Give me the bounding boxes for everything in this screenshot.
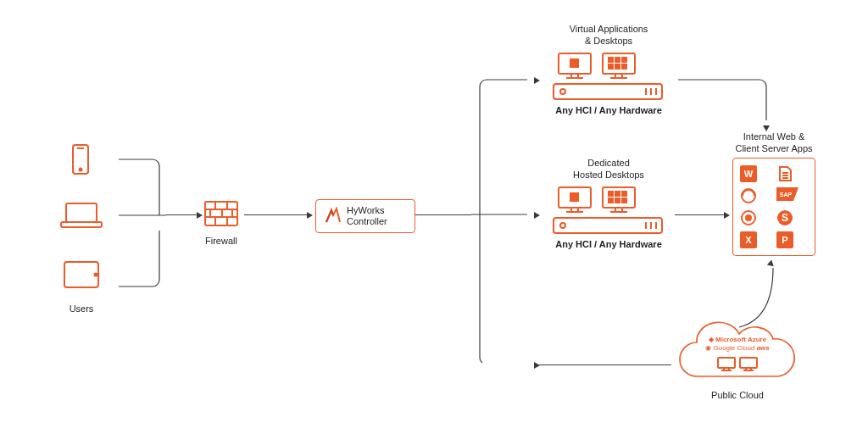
svg-rect-52 [609,192,613,196]
sap-icon: SAP [776,187,798,201]
dedicated-title: Dedicated Hosted Desktops [544,158,673,181]
svg-rect-3 [66,203,97,222]
laptop-icon [58,200,105,231]
dedicated-sub: Any HCI / Any Hardware [544,239,673,249]
svg-rect-54 [622,192,626,196]
aws-text: aws [757,344,770,352]
virtual-line1: Virtual Applications [544,24,673,36]
server-rack-icon [551,81,665,102]
svg-point-2 [80,169,82,171]
svg-point-6 [95,274,97,276]
svg-rect-32 [609,64,613,69]
svg-rect-23 [570,64,574,67]
svg-rect-4 [61,222,102,227]
controller-box: HyWorks Controller [315,199,415,233]
svg-text:SAP: SAP [780,192,793,198]
svg-rect-63 [718,358,735,368]
svg-rect-33 [615,64,620,69]
tablet-icon [62,259,101,290]
monitor-apps-icon [600,185,637,214]
gcloud-text: Google Cloud [713,344,754,352]
svg-rect-31 [622,58,626,62]
azure-text: Microsoft Azure [715,336,766,343]
monitor-windows-icon [556,51,593,80]
svg-rect-67 [740,358,757,368]
svg-point-36 [560,89,565,94]
apps-line1: Internal Web & [722,131,826,143]
svg-rect-24 [575,64,578,67]
skype-icon: S [776,209,793,226]
dedicated-line2: Hosted Desktops [544,170,673,181]
users-bracket [119,158,170,288]
word-icon: W [740,165,757,182]
apps-line2: Client Server Apps [722,143,826,155]
svg-rect-29 [609,58,613,62]
svg-point-79 [746,215,751,220]
firewall-icon [203,195,239,231]
svg-rect-55 [609,198,613,203]
svg-rect-46 [570,198,574,201]
svg-rect-44 [570,193,574,197]
phone-icon [70,142,91,176]
svg-rect-22 [575,59,578,63]
svg-rect-21 [570,59,574,63]
svg-rect-30 [615,58,620,62]
hyworks-logo-icon [323,207,342,225]
cloud-monitor-icon [738,356,759,371]
chrome-icon [740,209,757,226]
cloud-monitor-icon [716,356,737,371]
virtual-line2: & Desktops [544,36,673,47]
dedicated-line1: Dedicated [544,158,673,170]
cloud-label: Public Cloud [678,390,797,400]
svg-rect-56 [615,198,620,203]
monitor-apps-icon [600,51,637,80]
branch-connector [471,76,539,363]
arrow-cloud-apps [737,261,788,329]
svg-text:P: P [782,235,787,245]
svg-rect-47 [575,198,578,201]
apps-title: Internal Web & Client Server Apps [722,131,826,155]
controller-text2: Controller [347,216,387,227]
monitor-windows-icon [556,185,593,214]
svg-rect-5 [64,262,98,287]
gcloud-icon: ◉ [705,344,711,352]
virtual-sub: Any HCI / Any Hardware [544,105,673,115]
server-rack-icon [551,215,665,236]
apps-box: W SAP S X P [732,158,815,256]
document-icon [776,165,793,182]
cloud-content: ◆ Microsoft Azure ◉ Google Cloud aws [693,336,782,374]
powerpoint-icon: P [776,231,793,248]
svg-rect-57 [622,198,626,203]
svg-text:W: W [744,169,754,179]
svg-point-59 [560,223,565,228]
svg-rect-34 [622,64,626,69]
svg-rect-53 [615,192,620,196]
virtual-title: Virtual Applications & Desktops [544,24,673,47]
azure-icon: ◆ [709,336,714,343]
users-label: Users [58,303,105,314]
arrow-virtual-apps [678,78,780,129]
svg-rect-45 [575,193,578,197]
controller-text1: HyWorks [347,205,387,216]
firewall-label: Firewall [195,236,248,246]
svg-text:X: X [745,235,752,245]
edge-icon [740,187,757,204]
excel-icon: X [740,231,757,248]
svg-text:S: S [782,212,788,224]
